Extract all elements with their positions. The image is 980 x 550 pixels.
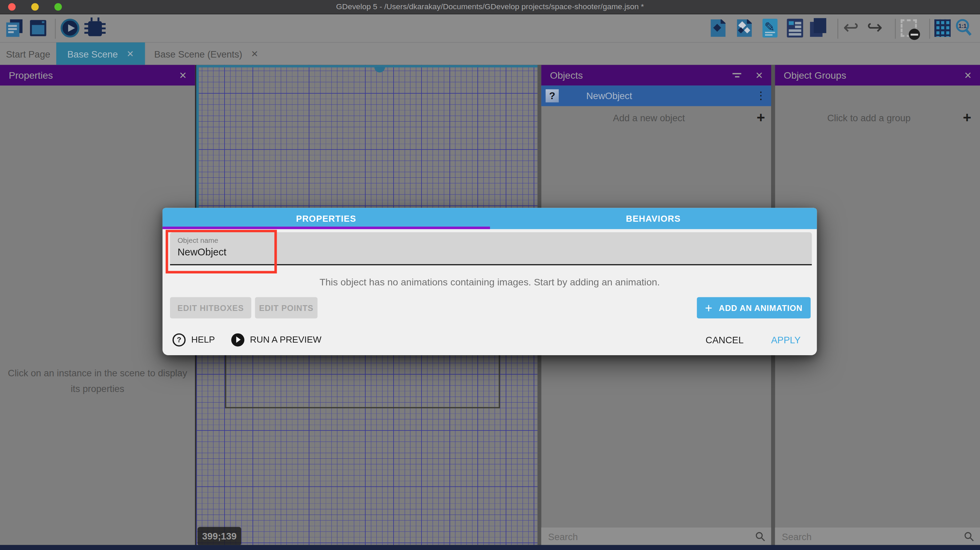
properties-panel-header: Properties ✕ [0, 65, 195, 86]
filter-icon[interactable] [733, 71, 741, 79]
tab-base-scene-events[interactable]: Base Scene (Events) ✕ [145, 43, 268, 65]
screenshot-root: GDevelop 5 - /Users/dkarakay/Documents/G… [0, 0, 980, 550]
toolbar-divider [55, 19, 56, 39]
toolbar-divider [838, 19, 838, 39]
panel-title: Properties [9, 70, 179, 81]
tab-label: Base Scene [67, 48, 118, 59]
window-bottom-edge [0, 545, 980, 550]
close-tab-icon[interactable]: ✕ [127, 49, 134, 59]
dialog-tab-behaviors[interactable]: BEHAVIORS [490, 208, 817, 229]
object-groups-panel-header: Object Groups ✕ [775, 65, 980, 86]
publish-project-icon[interactable] [737, 19, 752, 37]
edit-scene-icon[interactable]: ✎ [763, 19, 778, 38]
svg-text:1:1: 1:1 [959, 23, 967, 29]
properties-empty-message: Click on an instance in the scene to dis… [0, 365, 195, 396]
tab-base-scene[interactable]: Base Scene ✕ [56, 43, 145, 65]
redo-icon[interactable]: ↪ [867, 18, 883, 37]
object-list-item-selected[interactable]: ? NewObject ⋮ [541, 86, 771, 106]
canvas-top-scrollbar[interactable] [196, 65, 539, 67]
toggle-mask-icon[interactable] [900, 19, 917, 37]
kebab-menu-icon[interactable]: ⋮ [756, 89, 766, 102]
macos-titlebar: GDevelop 5 - /Users/dkarakay/Documents/G… [0, 0, 980, 14]
tab-label: Start Page [6, 48, 51, 59]
annotation-highlight-rectangle [165, 230, 277, 273]
help-button[interactable]: HELP [191, 335, 215, 345]
groups-search-input[interactable] [775, 530, 964, 542]
objects-search-bar [541, 528, 771, 545]
tab-label: Base Scene (Events) [154, 48, 242, 59]
close-window-button[interactable] [8, 3, 16, 11]
panel-title: Objects [550, 70, 733, 81]
active-tab-indicator [162, 227, 490, 229]
zoom-original-icon[interactable]: 1:1 [955, 19, 972, 36]
object-name: NewObject [586, 90, 756, 101]
apply-button[interactable]: APPLY [771, 334, 801, 345]
object-editor-dialog: PROPERTIES BEHAVIORS Object name NewObje… [162, 208, 817, 355]
close-panel-icon[interactable]: ✕ [964, 70, 972, 81]
objects-search-input[interactable] [541, 530, 755, 542]
close-panel-icon[interactable]: ✕ [179, 70, 187, 81]
maximize-window-button[interactable] [54, 3, 62, 11]
help-icon[interactable]: ? [172, 333, 186, 346]
preview-play-icon[interactable] [60, 19, 80, 38]
tab-start-page[interactable]: Start Page [0, 43, 56, 65]
edit-hitboxes-button[interactable]: EDIT HITBOXES [170, 297, 251, 319]
panel-title: Object Groups [784, 70, 964, 81]
undo-icon[interactable]: ↩ [843, 18, 859, 37]
search-icon [755, 531, 766, 542]
dialog-tab-properties[interactable]: PROPERTIES [162, 208, 490, 229]
play-icon[interactable] [231, 333, 244, 346]
add-object-row[interactable]: Add a new object + [541, 106, 771, 129]
add-animation-button[interactable]: + ADD AN ANIMATION [697, 297, 811, 319]
canvas-left-scrollbar[interactable] [196, 65, 199, 228]
no-animations-message: This object has no animations containing… [162, 277, 817, 288]
minimize-window-button[interactable] [31, 3, 39, 11]
close-panel-icon[interactable]: ✕ [755, 70, 763, 81]
cancel-button[interactable]: CANCEL [706, 334, 744, 345]
edit-points-button[interactable]: EDIT POINTS [255, 297, 317, 319]
add-group-label: Click to add a group [775, 113, 963, 123]
copies-stack-icon[interactable] [810, 22, 822, 37]
plus-icon[interactable]: + [963, 109, 972, 126]
debug-icon[interactable] [88, 21, 102, 36]
gdevelop-window: GDevelop 5 - /Users/dkarakay/Documents/G… [0, 0, 980, 550]
editor-tabbar: Start Page Base Scene ✕ Base Scene (Even… [0, 43, 980, 65]
toolbar-divider [895, 19, 896, 39]
dialog-tabbar: PROPERTIES BEHAVIORS [162, 208, 817, 229]
toggle-grid-icon[interactable] [934, 19, 951, 37]
objects-panel-header: Objects ✕ [541, 65, 771, 86]
cursor-coordinates-badge: 399;139 [197, 527, 241, 545]
run-preview-button[interactable]: RUN A PREVIEW [250, 335, 321, 345]
window-title: GDevelop 5 - /Users/dkarakay/Documents/G… [0, 0, 980, 14]
project-manager-icon[interactable] [6, 19, 22, 37]
start-page-window-icon[interactable] [30, 20, 46, 36]
scroll-thumb[interactable] [374, 67, 385, 72]
plus-icon[interactable]: + [756, 109, 765, 126]
export-project-icon[interactable] [711, 19, 725, 37]
main-toolbar: ✎ ↩ ↪ 1:1 [0, 14, 980, 42]
add-object-label: Add a new object [541, 113, 756, 123]
toolbar-divider [929, 19, 930, 39]
edit-events-list-icon[interactable] [787, 19, 803, 38]
window-control-dot [42, 21, 44, 23]
search-icon [964, 531, 974, 542]
close-tab-icon[interactable]: ✕ [251, 49, 259, 59]
groups-search-bar [775, 528, 980, 545]
object-thumbnail-icon: ? [546, 89, 559, 102]
plus-icon: + [705, 301, 713, 315]
dialog-footer: ? HELP RUN A PREVIEW CANCEL APPLY [162, 330, 817, 349]
add-group-row[interactable]: Click to add a group + [775, 106, 980, 129]
